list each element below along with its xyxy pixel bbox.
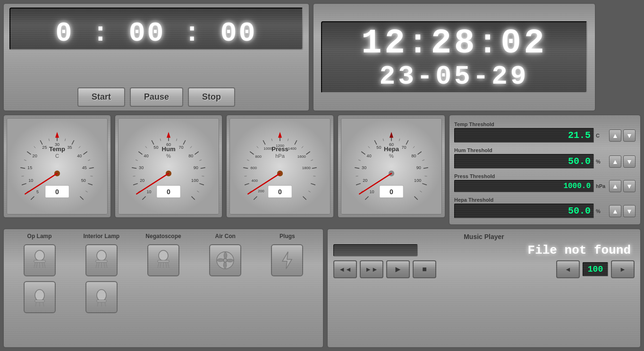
svg-text:0: 0 — [167, 188, 170, 196]
svg-text:80: 80 — [188, 154, 193, 158]
timer-panel: 0 : 00 : 00 Start Pause Stop — [3, 3, 310, 111]
music-controls: ◄◄ ►► ► ■ ◄ 100 ► — [333, 260, 635, 278]
temp-threshold-row: Temp Threshold 21.5 C ▲ ▼ — [454, 121, 636, 143]
svg-line-181 — [158, 262, 159, 268]
svg-line-169 — [96, 262, 97, 268]
svg-line-160 — [42, 262, 43, 268]
svg-point-187 — [223, 258, 227, 262]
svg-text:20: 20 — [363, 178, 367, 183]
hepa-threshold-row: Hepa Threshold 50.0 % ▲ ▼ — [454, 197, 636, 218]
hum-gauge-panel: 10 20 30 40 50 60 70 80 90 100 Hum % 0 — [114, 114, 223, 218]
svg-text:600: 600 — [250, 166, 257, 170]
hepa-threshold-controls: 50.0 % ▲ ▼ — [454, 204, 636, 218]
temp-threshold-controls: 21.5 C ▲ ▼ — [454, 128, 636, 143]
svg-text:Hum: Hum — [161, 146, 175, 153]
music-play-button[interactable]: ► — [386, 260, 410, 278]
hepa-threshold-unit: % — [596, 208, 607, 214]
hum-threshold-up[interactable]: ▲ — [609, 155, 621, 168]
hum-threshold-value: 50.0 — [454, 154, 594, 169]
clock-time: 12:28:02 — [322, 25, 586, 62]
svg-text:40: 40 — [77, 154, 82, 158]
music-stop-button[interactable]: ■ — [413, 260, 436, 278]
op-lamp-btn-2[interactable] — [24, 281, 56, 313]
music-vol-down-button[interactable]: ◄ — [556, 260, 580, 278]
svg-text:25: 25 — [42, 145, 47, 150]
svg-rect-175 — [97, 300, 106, 302]
music-vol-up-button[interactable]: ► — [611, 260, 635, 278]
svg-text:1400: 1400 — [288, 146, 297, 151]
press-threshold-row: Press Threshold 1000.0 hPa ▲ ▼ — [454, 173, 636, 192]
interior-lamp-btn-2[interactable] — [85, 281, 118, 313]
svg-line-178 — [105, 302, 106, 307]
svg-text:100: 100 — [191, 178, 198, 183]
stop-button[interactable]: Stop — [188, 87, 235, 107]
hepa-threshold-label: Hepa Threshold — [454, 197, 636, 203]
svg-text:90: 90 — [194, 165, 198, 170]
plugs-btn[interactable] — [271, 244, 303, 276]
hepa-threshold-up[interactable]: ▲ — [609, 205, 621, 217]
interior-lamp-title: Interior Lamp — [83, 233, 119, 241]
interior-lamp-btn-1[interactable] — [85, 244, 118, 276]
svg-line-170 — [98, 262, 99, 268]
svg-text:%: % — [166, 153, 171, 159]
timer-buttons: Start Pause Stop — [77, 87, 235, 107]
svg-text:0: 0 — [55, 188, 59, 196]
svg-text:30: 30 — [362, 165, 366, 170]
interior-lamp-col: Interior Lamp — [71, 233, 131, 313]
music-player-title: Music Player — [333, 233, 635, 240]
svg-text:90: 90 — [416, 165, 421, 170]
press-threshold-down[interactable]: ▼ — [623, 180, 636, 192]
timer-display: 0 : 00 : 00 — [9, 8, 303, 50]
press-threshold-unit: hPa — [596, 183, 607, 189]
svg-text:0: 0 — [390, 188, 393, 196]
negatoscope-col: Negatoscope — [133, 233, 193, 276]
hepa-threshold-down[interactable]: ▼ — [623, 205, 636, 217]
svg-text:20: 20 — [140, 178, 144, 183]
svg-text:10: 10 — [28, 178, 33, 183]
svg-text:50: 50 — [153, 145, 158, 150]
svg-text:35: 35 — [68, 145, 72, 150]
svg-text:80: 80 — [411, 154, 416, 158]
svg-text:100: 100 — [414, 178, 421, 183]
svg-text:10: 10 — [147, 189, 152, 194]
svg-text:Hepa: Hepa — [384, 146, 399, 153]
svg-rect-168 — [96, 260, 107, 262]
hepa-threshold-value: 50.0 — [454, 204, 594, 218]
start-button[interactable]: Start — [77, 87, 125, 107]
op-lamp-btn-1[interactable] — [24, 244, 56, 276]
pause-button[interactable]: Pause — [130, 87, 183, 107]
temp-threshold-up[interactable]: ▲ — [609, 129, 621, 142]
svg-marker-188 — [282, 252, 292, 269]
plugs-title: Plugs — [280, 233, 295, 241]
hum-gauge: 10 20 30 40 50 60 70 80 90 100 Hum % 0 — [118, 118, 219, 214]
clock-panel: 12:28:02 23-05-29 — [313, 3, 596, 111]
svg-text:70: 70 — [179, 145, 184, 150]
air-con-title: Air Con — [215, 233, 236, 241]
svg-text:45: 45 — [82, 165, 87, 170]
hepa-gauge: 10 20 30 40 50 60 70 80 90 100 Hepa % 0 — [341, 118, 442, 214]
svg-line-161 — [44, 262, 45, 268]
temp-threshold-unit: C — [596, 133, 607, 138]
svg-text:40: 40 — [144, 154, 149, 158]
svg-line-158 — [36, 262, 37, 268]
svg-line-164 — [35, 302, 36, 307]
air-con-btn[interactable] — [209, 244, 241, 276]
press-gauge: 200 400 600 800 1000 1200 1400 1600 1800… — [229, 118, 330, 214]
svg-text:1800: 1800 — [302, 166, 311, 170]
hum-threshold-row: Hum Threshold 50.0 % ▲ ▼ — [454, 147, 636, 169]
svg-line-166 — [43, 302, 44, 307]
svg-point-155 — [35, 250, 44, 261]
music-prev-button[interactable]: ◄◄ — [333, 260, 357, 278]
hum-threshold-down[interactable]: ▼ — [623, 155, 636, 168]
hum-threshold-controls: 50.0 % ▲ ▼ — [454, 154, 636, 169]
svg-point-179 — [159, 250, 168, 261]
negatoscope-btn[interactable] — [147, 244, 179, 276]
music-next-button[interactable]: ►► — [360, 260, 383, 278]
svg-text:5: 5 — [36, 189, 39, 194]
lamp-panel: Op Lamp — [3, 228, 324, 348]
press-threshold-label: Press Threshold — [454, 173, 636, 179]
press-threshold-up[interactable]: ▲ — [609, 180, 621, 192]
svg-text:C: C — [55, 153, 59, 159]
temp-threshold-down[interactable]: ▼ — [623, 129, 636, 142]
music-status-text: File not found — [528, 243, 631, 257]
